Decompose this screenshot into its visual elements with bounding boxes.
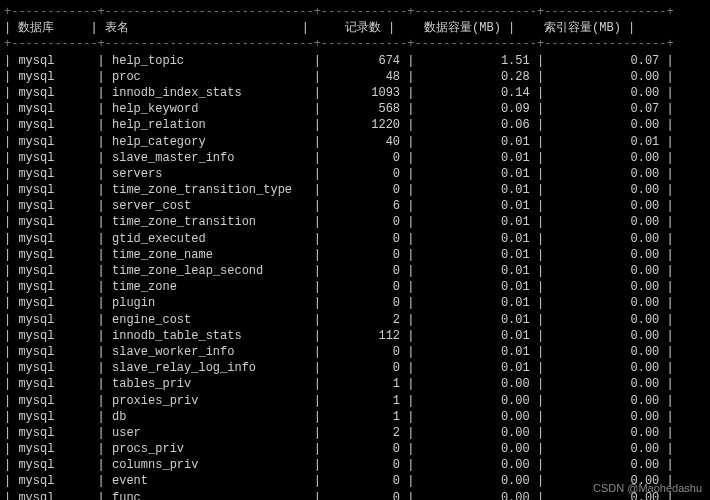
table-row: | mysql | servers | 0 | 0.01 | 0.00 | bbox=[4, 166, 706, 182]
table-row: | mysql | server_cost | 6 | 0.01 | 0.00 … bbox=[4, 198, 706, 214]
table-row: | mysql | time_zone_transition | 0 | 0.0… bbox=[4, 214, 706, 230]
table-row: | mysql | user | 2 | 0.00 | 0.00 | bbox=[4, 425, 706, 441]
table-row: | mysql | time_zone | 0 | 0.01 | 0.00 | bbox=[4, 279, 706, 295]
table-row: | mysql | columns_priv | 0 | 0.00 | 0.00… bbox=[4, 457, 706, 473]
table-row: | mysql | engine_cost | 2 | 0.01 | 0.00 … bbox=[4, 312, 706, 328]
header-row: | 数据库 | 表名 | 记录数 | 数据容量(MB) | 索引容量(MB) | bbox=[4, 20, 706, 36]
table-row: | mysql | time_zone_transition_type | 0 … bbox=[4, 182, 706, 198]
table-row: | mysql | innodb_table_stats | 112 | 0.0… bbox=[4, 328, 706, 344]
terminal-output: +------------+--------------------------… bbox=[4, 4, 706, 500]
separator-line: +------------+--------------------------… bbox=[4, 36, 706, 52]
table-row: | mysql | help_relation | 1220 | 0.06 | … bbox=[4, 117, 706, 133]
table-row: | mysql | slave_relay_log_info | 0 | 0.0… bbox=[4, 360, 706, 376]
table-row: | mysql | tables_priv | 1 | 0.00 | 0.00 … bbox=[4, 376, 706, 392]
table-row: | mysql | gtid_executed | 0 | 0.01 | 0.0… bbox=[4, 231, 706, 247]
table-row: | mysql | proxies_priv | 1 | 0.00 | 0.00… bbox=[4, 393, 706, 409]
table-row: | mysql | time_zone_name | 0 | 0.01 | 0.… bbox=[4, 247, 706, 263]
table-row: | mysql | help_topic | 674 | 1.51 | 0.07… bbox=[4, 53, 706, 69]
table-row: | mysql | plugin | 0 | 0.01 | 0.00 | bbox=[4, 295, 706, 311]
table-row: | mysql | slave_worker_info | 0 | 0.01 |… bbox=[4, 344, 706, 360]
watermark-text: CSDN @Maohedashu bbox=[593, 481, 702, 496]
table-row: | mysql | slave_master_info | 0 | 0.01 |… bbox=[4, 150, 706, 166]
separator-line: +------------+--------------------------… bbox=[4, 4, 706, 20]
table-row: | mysql | innodb_index_stats | 1093 | 0.… bbox=[4, 85, 706, 101]
table-row: | mysql | db | 1 | 0.00 | 0.00 | bbox=[4, 409, 706, 425]
table-row: | mysql | help_keyword | 568 | 0.09 | 0.… bbox=[4, 101, 706, 117]
table-row: | mysql | time_zone_leap_second | 0 | 0.… bbox=[4, 263, 706, 279]
table-row: | mysql | proc | 48 | 0.28 | 0.00 | bbox=[4, 69, 706, 85]
table-row: | mysql | procs_priv | 0 | 0.00 | 0.00 | bbox=[4, 441, 706, 457]
table-row: | mysql | help_category | 40 | 0.01 | 0.… bbox=[4, 134, 706, 150]
